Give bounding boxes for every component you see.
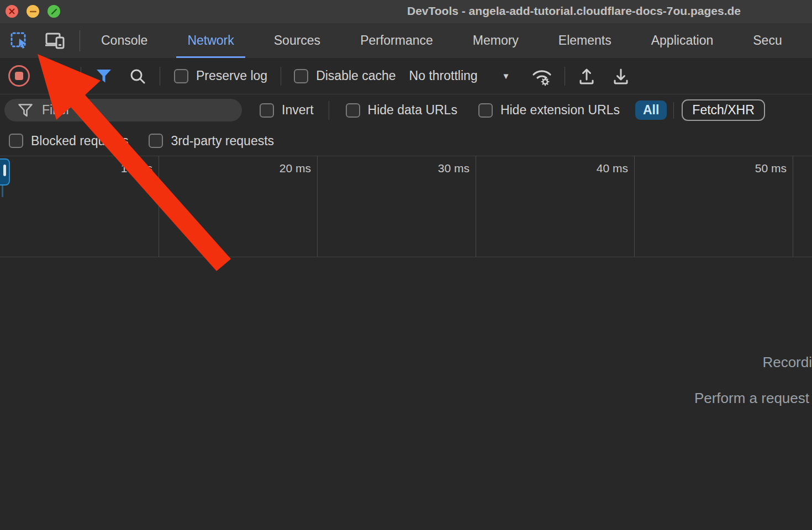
export-har-button[interactable] xyxy=(611,67,630,86)
traffic-lights xyxy=(6,5,60,18)
filter-bar-divider xyxy=(673,102,674,119)
minimize-icon xyxy=(30,10,36,13)
timeline-gridline xyxy=(634,156,635,257)
third-party-requests-label: 3rd-party requests xyxy=(171,134,274,149)
close-icon xyxy=(9,8,15,14)
tab-application[interactable]: Application xyxy=(631,23,734,58)
tab-memory[interactable]: Memory xyxy=(453,23,539,58)
import-har-button[interactable] xyxy=(577,67,596,86)
tab-sources[interactable]: Sources xyxy=(254,23,340,58)
tab-console[interactable]: Console xyxy=(81,23,167,58)
funnel-filled-icon xyxy=(96,68,112,84)
timeline-gridline xyxy=(793,156,793,257)
devtools-tabbar: Console Network Sources Performance Memo… xyxy=(0,23,812,58)
zoom-icon xyxy=(51,8,57,15)
filter-input[interactable] xyxy=(41,102,225,118)
timeline-tick: 50 ms xyxy=(755,162,787,175)
filter-toggle-button[interactable] xyxy=(96,68,112,84)
blocked-requests-checkbox[interactable] xyxy=(9,134,23,148)
timeline-tick: 20 ms xyxy=(280,162,311,175)
preserve-log-checkbox[interactable] xyxy=(174,69,188,83)
record-stop-button[interactable] xyxy=(8,65,30,87)
funnel-outline-icon xyxy=(18,103,33,118)
search-icon xyxy=(129,68,146,84)
tab-performance[interactable]: Performance xyxy=(340,23,453,58)
hide-extension-urls-label: Hide extension URLs xyxy=(500,103,620,118)
filter-input-container xyxy=(4,99,242,121)
toolbar-divider xyxy=(81,67,81,86)
device-toolbar-icon xyxy=(45,31,66,51)
window-title: DevTools - angela-add-tutorial.cloudflar… xyxy=(407,4,741,18)
disable-cache-checkbox[interactable] xyxy=(294,69,308,83)
third-party-requests-checkbox[interactable] xyxy=(149,134,163,148)
empty-state-perform-request-text: Perform a request xyxy=(694,390,809,407)
panel-tabs: Console Network Sources Performance Memo… xyxy=(81,23,802,58)
network-conditions-button[interactable] xyxy=(530,66,555,86)
overview-window-handle[interactable] xyxy=(0,158,10,186)
hide-extension-urls-checkbox[interactable] xyxy=(478,103,493,118)
network-toolbar: Preserve log Disable cache No throttling… xyxy=(0,58,812,94)
window-titlebar: DevTools - angela-add-tutorial.cloudflar… xyxy=(0,0,812,23)
inspect-element-button[interactable] xyxy=(9,30,30,51)
request-filters-row: Blocked requests 3rd-party requests xyxy=(0,126,812,156)
empty-state-recording-text: Recordi xyxy=(762,354,812,371)
throttling-select[interactable]: No throttling ▼ xyxy=(409,68,510,83)
timeline-gridline xyxy=(159,156,159,257)
tabbar-divider xyxy=(80,30,80,51)
throttling-value: No throttling xyxy=(409,68,478,83)
preserve-log-label: Preserve log xyxy=(196,68,267,83)
filter-chip-fetch-xhr[interactable]: Fetch/XHR xyxy=(682,99,764,121)
timeline-gridline xyxy=(476,156,476,257)
wifi-gear-icon xyxy=(530,66,555,86)
clear-network-log-button[interactable] xyxy=(48,67,66,85)
timeline-tick: 40 ms xyxy=(597,162,628,175)
toolbar-divider xyxy=(281,67,281,86)
tab-elements[interactable]: Elements xyxy=(539,23,631,58)
tab-security[interactable]: Secu xyxy=(733,23,802,58)
timeline-tick: 30 ms xyxy=(438,162,470,175)
zoom-window-button[interactable] xyxy=(48,5,60,18)
invert-checkbox[interactable] xyxy=(260,103,274,118)
disable-cache-label: Disable cache xyxy=(316,68,396,83)
chevron-down-icon: ▼ xyxy=(502,71,510,81)
tab-network[interactable]: Network xyxy=(167,23,254,58)
timeline-tick: 10 ms xyxy=(121,162,152,175)
close-window-button[interactable] xyxy=(6,5,18,18)
toolbar-divider xyxy=(160,67,160,86)
devtools-window: DevTools - angela-add-tutorial.cloudflar… xyxy=(0,0,812,530)
filter-bar-divider xyxy=(329,101,329,120)
export-har-icon xyxy=(611,67,630,86)
timeline-gridline xyxy=(317,156,318,257)
blocked-requests-label: Blocked requests xyxy=(31,134,128,149)
search-button[interactable] xyxy=(129,68,146,84)
import-har-icon xyxy=(577,67,596,86)
hide-data-urls-label: Hide data URLs xyxy=(368,103,457,118)
device-toolbar-button[interactable] xyxy=(44,30,66,51)
inspect-cursor-icon xyxy=(9,31,29,51)
minimize-window-button[interactable] xyxy=(27,5,39,18)
hide-data-urls-checkbox[interactable] xyxy=(346,103,360,118)
filter-chip-all[interactable]: All xyxy=(635,100,667,120)
network-overview-timeline[interactable]: 10 ms 20 ms 30 ms 40 ms 50 ms xyxy=(0,156,812,257)
invert-label: Invert xyxy=(282,103,314,118)
overview-window-handle-line xyxy=(2,186,3,197)
toolbar-divider xyxy=(565,67,565,86)
network-filter-bar: Invert Hide data URLs Hide extension URL… xyxy=(0,94,812,126)
